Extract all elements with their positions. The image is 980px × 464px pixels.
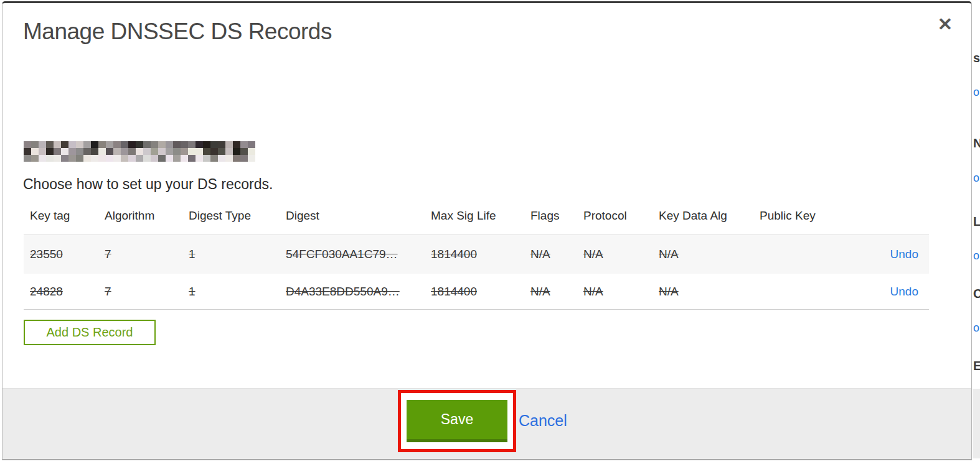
cell-key-tag: 23550 [30,248,63,261]
cell-digest: 54FCF030AA1C79… [286,248,398,261]
background-text-fragment: C [973,287,980,301]
column-header-digest: Digest [286,209,319,223]
redacted-domain-name [24,141,255,162]
cell-digest: D4A33E8DD550A9… [286,285,400,299]
cell-max-sig-life: 1814400 [431,285,477,299]
column-header-max-sig-life: Max Sig Life [431,209,496,223]
instruction-text: Choose how to set up your DS records. [23,176,273,193]
cell-protocol: N/A [583,285,603,299]
column-header-algorithm: Algorithm [105,209,154,223]
cell-protocol: N/A [583,248,603,261]
cancel-link[interactable]: Cancel [519,412,567,430]
background-text-fragment: L [973,215,980,229]
table-row: 23550 7 1 54FCF030AA1C79… 1814400 N/A N/… [24,234,929,274]
cell-algorithm: 7 [105,248,111,261]
cell-algorithm: 7 [105,285,111,299]
cell-key-data-alg: N/A [659,285,679,299]
column-header-public-key: Public Key [760,209,816,223]
cell-flags: N/A [530,285,550,299]
background-footer-band [973,389,980,458]
background-link-fragment: o [973,86,980,99]
background-link-fragment: o [973,322,980,335]
background-link-fragment: o [973,172,980,185]
cell-max-sig-life: 1814400 [431,248,477,261]
cell-key-data-alg: N/A [659,248,679,261]
column-header-key-tag: Key tag [30,209,70,223]
undo-link[interactable]: Undo [890,285,918,299]
background-page-strip: s o N o L o C o E [973,0,980,464]
undo-link[interactable]: Undo [890,248,918,261]
background-text-fragment: E [973,359,980,373]
table-row: 24828 7 1 D4A33E8DD550A9… 1814400 N/A N/… [24,274,929,310]
cell-digest-type: 1 [189,248,196,261]
background-text-fragment: s [973,51,980,65]
table-header-row: Key tag Algorithm Digest Type Digest Max… [24,209,929,234]
column-header-flags: Flags [530,209,559,223]
background-link-fragment: o [973,249,980,262]
annotation-highlight-box: Save [398,390,516,452]
column-header-key-data-alg: Key Data Alg [659,209,727,223]
page-title: Manage DNSSEC DS Records [23,19,332,45]
background-text-fragment: N [973,136,980,151]
save-button[interactable]: Save [407,400,507,442]
column-header-digest-type: Digest Type [189,209,251,223]
cell-flags: N/A [530,248,550,261]
cell-key-tag: 24828 [30,285,63,299]
cell-digest-type: 1 [189,285,196,299]
add-ds-record-button[interactable]: Add DS Record [24,320,156,345]
column-header-protocol: Protocol [583,209,627,223]
close-icon[interactable]: ✕ [934,13,956,35]
